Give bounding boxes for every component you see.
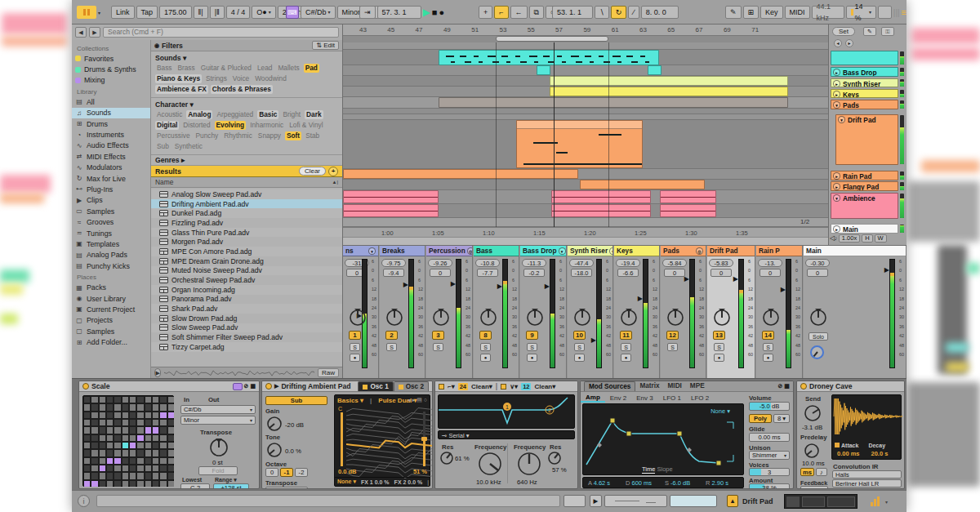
arm-button[interactable]: ● xyxy=(621,354,631,362)
freq1-knob[interactable] xyxy=(476,450,504,478)
filter-tag-synthetic[interactable]: Synthetic xyxy=(173,142,204,151)
sidebar-item-max-for-live[interactable]: ↻Max for Live xyxy=(72,173,150,184)
decay-value[interactable]: 20.0 s xyxy=(871,450,889,457)
track-number[interactable]: 2 xyxy=(385,331,398,340)
arrangement-view[interactable]: 434547495153555759616365676971 1:001:051… xyxy=(343,24,906,245)
sidebar-item-all[interactable]: ▤All xyxy=(72,96,150,107)
scale-grid-cell[interactable] xyxy=(91,397,97,403)
mixer-strip-main[interactable]: Main-0.300▶6061218243036424860Solo14 xyxy=(804,246,906,379)
filter-tag-digital[interactable]: Digital xyxy=(155,121,179,130)
back-to-arrangement-button[interactable]: ▲ xyxy=(727,495,738,507)
scale-grid-cell[interactable] xyxy=(130,473,136,479)
sidebar-item-templates[interactable]: ▣Templates xyxy=(72,238,150,249)
filter-tag-evolving[interactable]: Evolving xyxy=(215,121,247,130)
sidebar-item-drums-synths[interactable]: Drums & Synths xyxy=(72,64,150,74)
result-row[interactable]: Glass Thin Pure Pad.adv xyxy=(151,228,342,238)
scale-grid-cell[interactable] xyxy=(130,404,136,410)
scale-device[interactable]: Scale ⊘ ▦ In Out C#/Db▾ Minor▾ Transpose… xyxy=(78,381,260,489)
scale-grid-cell[interactable] xyxy=(114,412,120,418)
octave-minus2[interactable]: -2 xyxy=(295,468,308,477)
sidebar-item-add-folder-[interactable]: ⊞Add Folder... xyxy=(72,336,150,347)
scale-grid-cell[interactable] xyxy=(107,427,113,433)
volume-fader-handle[interactable]: ▶ xyxy=(591,336,596,344)
loop-length-field[interactable]: 8. 0. 0 xyxy=(641,6,679,19)
result-row[interactable]: Organ Incoming.adg xyxy=(151,285,342,295)
scale-grid-cell[interactable] xyxy=(114,473,120,479)
pan-knob[interactable] xyxy=(619,308,639,327)
scale-grid-cell[interactable] xyxy=(107,443,113,448)
pan-knob[interactable] xyxy=(712,308,732,327)
scale-grid-cell[interactable] xyxy=(137,397,143,403)
filter-tag-punchy[interactable]: Punchy xyxy=(194,131,220,140)
scale-grid-cell[interactable] xyxy=(145,465,151,471)
volume-value[interactable]: -9.75 xyxy=(381,259,406,267)
scale-grid-cell[interactable] xyxy=(84,450,90,456)
sidebar-item-midi-effects[interactable]: ⇄MIDI Effects xyxy=(72,151,150,162)
device-on-icon[interactable] xyxy=(800,383,807,390)
scale-grid-cell[interactable] xyxy=(137,458,143,464)
pan-knob[interactable] xyxy=(348,308,368,327)
character-group-title[interactable]: Character ▾ xyxy=(151,98,342,109)
scale-mode-icon[interactable]: ⌨ xyxy=(286,6,299,19)
filter1-mode-dropdown[interactable]: Clean▾ xyxy=(471,383,492,390)
filter2-on-icon[interactable] xyxy=(501,384,506,390)
scale-grid-cell[interactable] xyxy=(130,465,136,471)
ableton-logo-icon[interactable] xyxy=(77,6,96,19)
filter-routing-bar[interactable]: ⊸ Serial ▾ xyxy=(438,430,575,439)
scale-grid-cell[interactable] xyxy=(122,473,128,479)
clip-ambience-3[interactable] xyxy=(343,204,439,217)
scale-grid-cell[interactable] xyxy=(100,481,105,487)
scale-grid-cell[interactable] xyxy=(114,420,120,425)
volume-value[interactable]: -9.26 xyxy=(428,259,452,267)
clip-breaks[interactable] xyxy=(439,50,659,65)
solo-button[interactable]: S xyxy=(763,343,773,351)
amount-value[interactable]: 38 % xyxy=(749,483,790,489)
wave-amount-slider[interactable] xyxy=(423,412,425,466)
punch-out-button[interactable]: ∕ xyxy=(628,6,639,19)
scale-grid-cell[interactable] xyxy=(168,458,174,464)
track-number[interactable]: 11 xyxy=(620,331,632,340)
sidebar-item-drums[interactable]: ⊞Drums xyxy=(72,118,150,129)
scale-grid-cell[interactable] xyxy=(168,427,174,433)
scale-grid-cell[interactable] xyxy=(84,397,90,403)
sidebar-item-tunings[interactable]: ≂Tunings xyxy=(72,228,150,238)
track-header-drift-pad[interactable]: ▾Drift Pad xyxy=(835,114,898,165)
raw-button[interactable]: Raw xyxy=(318,368,339,377)
sidebar-item-sounds[interactable]: ♫Sounds xyxy=(72,108,150,118)
volume-fader-handle[interactable]: ▶ xyxy=(497,283,502,290)
scale-root-dropdown[interactable]: C#/Db▾ xyxy=(180,405,256,414)
scale-grid-cell[interactable] xyxy=(130,397,136,403)
pan-value[interactable]: 0 xyxy=(664,269,685,277)
send-value[interactable]: -3.1 dB xyxy=(802,424,822,431)
tab-env2[interactable]: Env 2 xyxy=(605,394,631,402)
hybrid-reverb-device[interactable]: Droney Cave Send -3.1 dB Predelay 10.0 m… xyxy=(796,381,905,489)
tempo-field[interactable]: 175.00 xyxy=(159,6,192,19)
osc-effect-mode[interactable]: None ▾ xyxy=(337,479,356,485)
scale-grid-cell[interactable] xyxy=(130,420,136,425)
remove-track-button[interactable]: ▸ xyxy=(845,39,853,47)
scale-grid-cell[interactable] xyxy=(100,435,105,441)
key-root-selector[interactable]: C#/Db▾ xyxy=(301,6,336,19)
scale-grid-cell[interactable] xyxy=(91,404,97,410)
device-on-icon[interactable] xyxy=(82,383,89,390)
time-ruler[interactable]: 1:001:051:101:151:201:251:301:35 xyxy=(343,227,828,237)
sort-icon[interactable]: ▲| xyxy=(332,180,339,185)
scale-grid-cell[interactable] xyxy=(168,420,174,425)
scale-grid-cell[interactable] xyxy=(122,458,128,464)
filter-tag-mallets[interactable]: Mallets xyxy=(276,64,301,73)
predelay-knob[interactable] xyxy=(802,441,822,461)
res1-knob[interactable] xyxy=(439,450,455,466)
scale-grid-cell[interactable] xyxy=(84,473,90,479)
clip-keys[interactable] xyxy=(550,87,788,96)
filter1-type-icon[interactable]: ⌐▾ xyxy=(448,383,455,390)
device-on-icon[interactable] xyxy=(265,383,272,390)
solo-button[interactable]: S xyxy=(621,343,631,351)
sustain-value[interactable]: -6.0 dB xyxy=(670,479,690,487)
preferences-menu-icon[interactable]: ≡ xyxy=(902,7,906,17)
tab-matrix[interactable]: Matrix xyxy=(635,381,663,391)
scale-note-cell[interactable] xyxy=(153,427,158,433)
tab-amp-env[interactable]: Amp xyxy=(581,394,605,403)
scale-grid-cell[interactable] xyxy=(160,458,166,464)
scale-note-cell[interactable] xyxy=(91,481,97,487)
scale-grid-cell[interactable] xyxy=(160,404,166,410)
